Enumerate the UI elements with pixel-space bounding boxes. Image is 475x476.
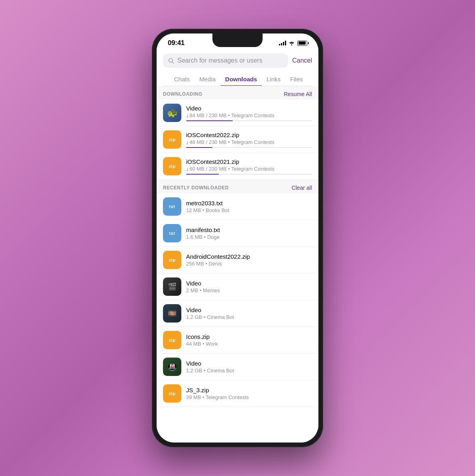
file-icon-android2022: zip: [163, 251, 181, 269]
file-icon-ios2021: zip: [163, 157, 181, 175]
list-item[interactable]: zip AndroidContest2022.zip 256 MB • Deni…: [157, 247, 318, 273]
downloading-section-header: DOWNLOADING Resume All: [157, 86, 318, 100]
downloading-label: DOWNLOADING: [163, 91, 202, 97]
file-meta: 1,2 GB • Cinema Bot: [186, 314, 312, 320]
search-input-wrapper[interactable]: Search for messages or users: [163, 53, 288, 68]
file-meta: 12 MB • Books Bot: [186, 207, 312, 213]
file-name: manifesto.txt: [186, 226, 312, 233]
file-details: manifesto.txt 1.6 MB • Doge: [186, 226, 312, 240]
svg-point-0: [291, 44, 292, 45]
file-meta: 2 MB • Memes: [186, 287, 312, 293]
progress-bar: [186, 147, 312, 148]
file-icon-icons: zip: [163, 331, 181, 349]
file-name: JS_3.zip: [186, 387, 312, 393]
search-icon: [168, 57, 174, 64]
status-time: 09:41: [168, 39, 185, 47]
tab-files[interactable]: Files: [285, 72, 308, 86]
recently-downloaded-section-header: RECENTLY DOWNLOADED Clear all: [157, 180, 318, 193]
file-meta: 39 MB • Telegram Contests: [186, 394, 312, 400]
file-name: Video: [186, 360, 312, 367]
list-item[interactable]: zip iOSContest2022.zip ↓48 MB / 230 MB •…: [157, 126, 318, 153]
file-meta: 44 MB • Work: [186, 341, 312, 347]
tab-chats[interactable]: Chats: [169, 72, 194, 86]
battery-icon: [297, 41, 307, 46]
list-item[interactable]: Video 2 MB • Memes: [157, 273, 318, 300]
download-arrow-icon: ↓: [186, 166, 189, 172]
recently-downloaded-label: RECENTLY DOWNLOADED: [163, 185, 229, 191]
content-area: DOWNLOADING Resume All Video ↓84 MB / 23…: [157, 86, 318, 443]
tab-downloads[interactable]: Downloads: [220, 72, 262, 86]
status-icons: [279, 41, 307, 46]
file-name: Video: [186, 105, 312, 112]
progress-fill: [186, 147, 212, 148]
file-icon-ios2022: zip: [163, 130, 181, 149]
file-icon-video1: [163, 104, 181, 122]
tab-media[interactable]: Media: [194, 72, 220, 86]
progress-bar: [186, 174, 312, 175]
file-icon-video3: [163, 304, 181, 323]
file-name: Video: [186, 307, 312, 313]
file-details: Video 2 MB • Memes: [186, 280, 312, 293]
svg-line-2: [172, 62, 174, 63]
file-meta: 1,2 GB • Cinema Bot: [186, 368, 312, 374]
file-details: AndroidContest2022.zip 256 MB • Denis: [186, 253, 312, 267]
list-item[interactable]: zip JS_3.zip 39 MB • Telegram Contests: [157, 380, 318, 407]
file-name: iOSContest2022.zip: [186, 132, 312, 138]
list-item[interactable]: Video 1,2 GB • Cinema Bot: [157, 300, 318, 327]
phone-screen: 09:41: [157, 33, 318, 443]
file-details: JS_3.zip 39 MB • Telegram Contests: [186, 387, 312, 400]
signal-icon: [279, 41, 286, 45]
progress-fill: [186, 120, 233, 121]
list-item[interactable]: zip Icons.zip 44 MB • Work: [157, 327, 318, 354]
clear-all-button[interactable]: Clear all: [292, 185, 312, 191]
file-details: iOSContest2022.zip ↓48 MB / 230 MB • Tel…: [186, 132, 312, 148]
cancel-button[interactable]: Cancel: [292, 57, 312, 64]
file-meta: ↓60 MB / 230 MB • Telegram Contests: [186, 166, 312, 172]
file-details: Video ↓84 MB / 230 MB • Telegram Contest…: [186, 105, 312, 121]
file-name: AndroidContest2022.zip: [186, 253, 312, 260]
file-icon-video2: [163, 277, 181, 296]
file-icon-js3: zip: [163, 384, 181, 403]
file-details: metro2033.txt 12 MB • Books Bot: [186, 200, 312, 213]
file-meta: 256 MB • Denis: [186, 261, 312, 267]
file-details: Icons.zip 44 MB • Work: [186, 333, 312, 347]
tabs-row: Chats Media Downloads Links Files Music: [163, 72, 312, 86]
tab-music[interactable]: Music: [308, 72, 312, 86]
search-row: Search for messages or users Cancel: [163, 53, 312, 68]
list-item[interactable]: txt manifesto.txt 1.6 MB • Doge: [157, 220, 318, 247]
list-item[interactable]: Video 1,2 GB • Cinema Bot: [157, 354, 318, 380]
file-name: Video: [186, 280, 312, 287]
file-name: Icons.zip: [186, 333, 312, 340]
file-details: Video 1,2 GB • Cinema Bot: [186, 307, 312, 320]
progress-bar: [186, 120, 312, 121]
wifi-icon: [289, 41, 295, 45]
file-name: metro2033.txt: [186, 200, 312, 207]
list-item[interactable]: zip iOSContest2021.zip ↓60 MB / 230 MB •…: [157, 153, 318, 180]
file-meta: 1.6 MB • Doge: [186, 234, 312, 240]
file-meta: ↓84 MB / 230 MB • Telegram Contests: [186, 112, 312, 118]
list-item[interactable]: Video ↓84 MB / 230 MB • Telegram Contest…: [157, 100, 318, 126]
phone-frame: 09:41: [152, 29, 323, 447]
download-arrow-icon: ↓: [186, 139, 189, 145]
file-details: Video 1,2 GB • Cinema Bot: [186, 360, 312, 374]
file-meta: ↓48 MB / 230 MB • Telegram Contests: [186, 139, 312, 145]
file-details: iOSContest2021.zip ↓60 MB / 230 MB • Tel…: [186, 158, 312, 175]
tab-links[interactable]: Links: [262, 72, 285, 86]
search-input[interactable]: Search for messages or users: [177, 57, 262, 64]
file-icon-video4: [163, 358, 181, 376]
download-arrow-icon: ↓: [186, 112, 189, 118]
resume-all-button[interactable]: Resume All: [284, 91, 312, 97]
file-name: iOSContest2021.zip: [186, 158, 312, 165]
search-bar-area: Search for messages or users Cancel Chat…: [157, 50, 318, 86]
progress-fill: [186, 174, 219, 175]
file-icon-metro: txt: [163, 197, 181, 216]
notch: [212, 33, 263, 47]
file-icon-manifesto: txt: [163, 224, 181, 242]
list-item[interactable]: txt metro2033.txt 12 MB • Books Bot: [157, 193, 318, 220]
